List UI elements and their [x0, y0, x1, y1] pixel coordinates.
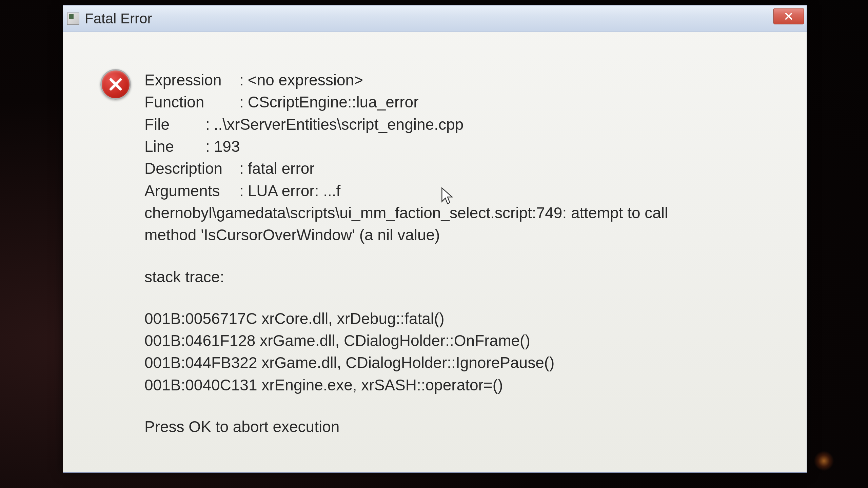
field-label: Function	[144, 91, 239, 113]
field-label: File	[144, 114, 205, 136]
error-icon	[100, 69, 131, 100]
field-line: Line : 193	[144, 136, 790, 158]
message-body: Expression : <no expression> Function : …	[144, 69, 790, 438]
field-label: Description	[144, 158, 239, 180]
dialog-title: Fatal Error	[85, 11, 152, 27]
field-label: Line	[144, 136, 205, 158]
field-value: <no expression>	[248, 69, 363, 91]
field-label: Arguments	[144, 180, 239, 202]
field-arguments: Arguments : LUA error: ...f	[144, 180, 790, 202]
field-value: ..\xrServerEntities\script_engine.cpp	[214, 114, 463, 136]
stack-trace-line: 001B:0056717C xrCore.dll, xrDebug::fatal…	[144, 308, 790, 330]
field-value: CScriptEngine::lua_error	[248, 91, 419, 113]
stack-trace-section: stack trace: 001B:0056717C xrCore.dll, x…	[144, 266, 790, 396]
backdrop-glow	[814, 451, 834, 471]
stack-trace-label: stack trace:	[144, 266, 790, 288]
field-label: Expression	[144, 69, 239, 91]
prompt-text: Press OK to abort execution	[144, 416, 790, 438]
field-description: Description : fatal error	[144, 158, 790, 180]
close-icon	[784, 12, 793, 21]
dialog-content: Expression : <no expression> Function : …	[63, 32, 807, 455]
close-button[interactable]	[773, 8, 804, 24]
field-value: 193	[214, 136, 240, 158]
stack-trace-line: 001B:0461F128 xrGame.dll, CDialogHolder:…	[144, 330, 790, 352]
field-file: File : ..\xrServerEntities\script_engine…	[144, 114, 790, 136]
field-expression: Expression : <no expression>	[144, 69, 790, 91]
app-icon	[67, 13, 79, 25]
field-value: fatal error	[248, 158, 315, 180]
titlebar[interactable]: Fatal Error	[63, 5, 807, 32]
stack-trace-line: 001B:0040C131 xrEngine.exe, xrSASH::oper…	[144, 374, 790, 396]
field-function: Function : CScriptEngine::lua_error	[144, 91, 790, 113]
error-dialog: Fatal Error Expression : <no expression>	[63, 5, 807, 473]
error-detail-text: chernobyl\gamedata\scripts\ui_mm_faction…	[144, 202, 694, 246]
field-value: LUA error: ...f	[248, 180, 341, 202]
stack-trace-line: 001B:044FB322 xrGame.dll, CDialogHolder:…	[144, 352, 790, 374]
